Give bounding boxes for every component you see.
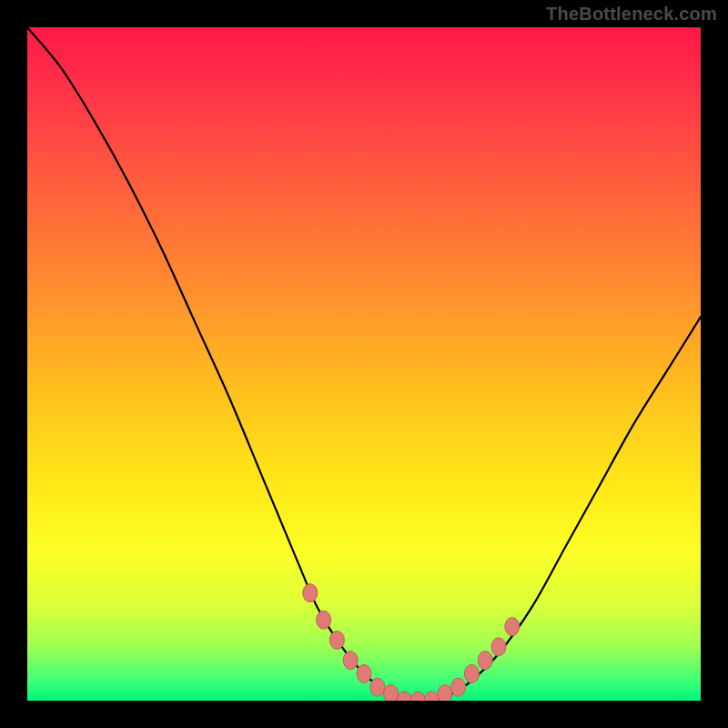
- dots-layer: [27, 27, 701, 701]
- data-point: [303, 584, 318, 602]
- data-point: [384, 685, 399, 701]
- data-point: [451, 678, 466, 696]
- data-point: [370, 678, 385, 696]
- data-point: [410, 692, 425, 701]
- chart-frame: TheBottleneck.com: [0, 0, 728, 728]
- data-point: [397, 692, 411, 701]
- data-point: [424, 692, 439, 701]
- watermark-text: TheBottleneck.com: [546, 4, 717, 25]
- data-point: [329, 631, 344, 649]
- data-point: [505, 618, 520, 636]
- data-point: [491, 638, 506, 656]
- data-point: [464, 664, 479, 682]
- data-point: [438, 685, 452, 701]
- data-point: [357, 664, 371, 682]
- data-point: [343, 652, 358, 670]
- dots-group: [303, 584, 520, 701]
- plot-area: [27, 27, 701, 701]
- data-point: [317, 611, 331, 629]
- data-point: [478, 652, 492, 670]
